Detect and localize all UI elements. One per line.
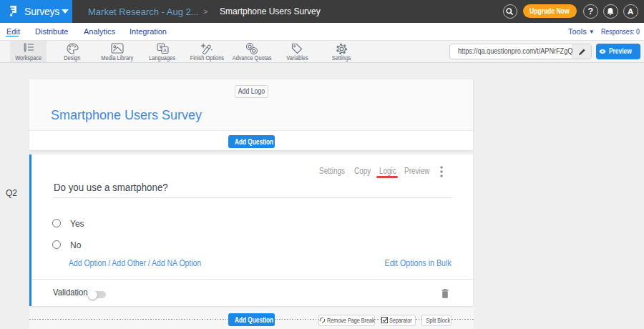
svg-text:A: A — [163, 48, 167, 53]
svg-text:¥: ¥ — [159, 44, 162, 49]
